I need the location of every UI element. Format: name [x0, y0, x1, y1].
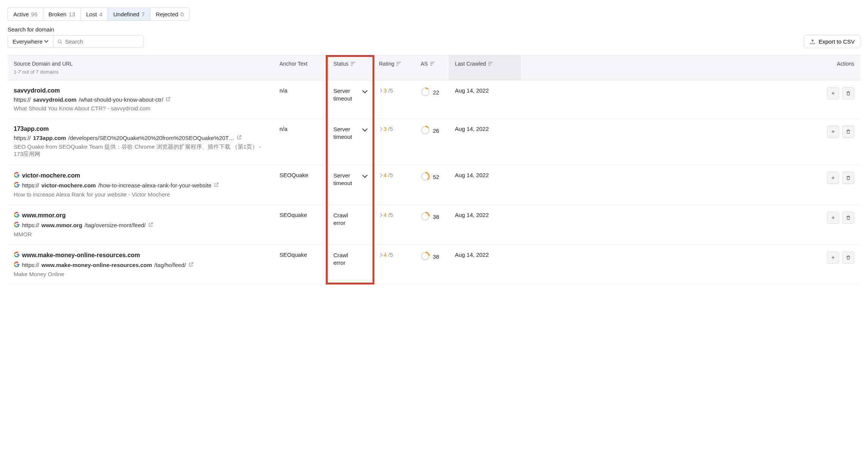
- external-link-icon[interactable]: [237, 135, 242, 141]
- cell-crawled: Aug 14, 2022: [449, 165, 521, 185]
- add-button[interactable]: [827, 126, 839, 138]
- chevron-down-icon[interactable]: [361, 173, 367, 179]
- rating-value: 4: [383, 212, 387, 218]
- cell-status: Server timeout: [327, 165, 373, 193]
- sort-icon: [430, 62, 435, 66]
- status-tabs: Active96Broken13Lost4Undefined7Rejected0: [8, 8, 189, 21]
- sort-icon: [351, 62, 355, 66]
- search-label: Search for domain: [8, 26, 860, 33]
- table-row: savvydroid.comhttps://savvydroid.com/wha…: [8, 80, 860, 119]
- col-status[interactable]: Status: [327, 55, 373, 80]
- add-button[interactable]: [827, 87, 839, 99]
- sort-icon: [488, 62, 493, 66]
- status-text: Crawl error: [333, 251, 360, 266]
- page-title-text: How to increase Alexa Rank for your webs…: [14, 191, 267, 198]
- col-source: Source Domain and URL 1-7 out of 7 domai…: [8, 55, 273, 80]
- export-csv-button[interactable]: Export to CSV: [804, 35, 860, 48]
- cell-source: 173app.comhttps://173app.com/developers/…: [8, 119, 273, 165]
- cell-crawled: Aug 14, 2022: [449, 80, 521, 101]
- tab-rejected[interactable]: Rejected0: [150, 8, 189, 20]
- url-line[interactable]: https://www.mmor.org/tag/oversize-mont/f…: [14, 222, 267, 229]
- search-scope-value: Everywhere: [13, 38, 43, 45]
- search-input-wrap: [54, 35, 144, 48]
- upload-icon: [810, 39, 816, 45]
- google-favicon-icon: [14, 251, 20, 259]
- sort-icon: [396, 62, 401, 66]
- as-arc-icon: [421, 87, 430, 97]
- tab-label: Lost: [86, 11, 97, 17]
- as-value: 26: [433, 127, 439, 134]
- cell-actions: [521, 165, 860, 191]
- as-arc-icon: [421, 212, 430, 222]
- cell-rating[interactable]: 4/5: [373, 245, 415, 265]
- tab-active[interactable]: Active96: [8, 8, 43, 20]
- chevron-right-icon: [379, 127, 382, 130]
- domain-name: 173app.com: [14, 126, 49, 132]
- col-as[interactable]: AS: [415, 55, 449, 80]
- delete-button[interactable]: [842, 251, 854, 264]
- cell-as: 22: [415, 80, 449, 104]
- table-row: victor-mochere.comhttps://victor-mochere…: [8, 165, 860, 205]
- add-button[interactable]: [827, 212, 839, 224]
- as-value: 52: [433, 174, 439, 180]
- cell-source: www.make-money-online-resources.comhttps…: [8, 245, 273, 284]
- domain-name: savvydroid.com: [14, 87, 60, 94]
- tab-undefined[interactable]: Undefined7: [108, 8, 150, 20]
- url-line[interactable]: https://victor-mochere.com/how-to-increa…: [14, 182, 267, 189]
- export-label: Export to CSV: [819, 38, 855, 45]
- google-favicon-icon: [14, 212, 20, 219]
- cell-actions: [521, 80, 860, 106]
- cell-status: Server timeout: [327, 80, 373, 109]
- external-link-icon[interactable]: [166, 96, 171, 103]
- url-line[interactable]: https://173app.com/developers/SEO%20Quak…: [14, 135, 267, 141]
- cell-as: 26: [415, 119, 449, 143]
- delete-button[interactable]: [842, 126, 854, 138]
- rating-total: /5: [388, 172, 393, 178]
- chevron-down-icon[interactable]: [361, 88, 367, 95]
- tab-lost[interactable]: Lost4: [81, 8, 108, 20]
- search-input[interactable]: [63, 36, 139, 47]
- cell-rating[interactable]: 3/5: [373, 80, 415, 101]
- chevron-down-icon[interactable]: [361, 126, 367, 133]
- table-row: www.make-money-online-resources.comhttps…: [8, 245, 860, 284]
- search-scope-dropdown[interactable]: Everywhere: [8, 35, 54, 48]
- rating-value: 3: [383, 126, 387, 132]
- cell-rating[interactable]: 4/5: [373, 205, 415, 225]
- domain-name: www.mmor.org: [22, 212, 66, 219]
- url-line[interactable]: https://savvydroid.com/what-should-you-k…: [14, 96, 267, 103]
- chevron-right-icon: [379, 253, 382, 256]
- page-title-text: Make Money Online: [14, 271, 267, 277]
- rating-value: 4: [383, 251, 387, 258]
- as-arc-icon: [421, 126, 430, 136]
- table-row: 173app.comhttps://173app.com/developers/…: [8, 119, 860, 165]
- add-button[interactable]: [827, 251, 839, 264]
- tab-label: Active: [13, 11, 29, 17]
- tab-count: 13: [69, 11, 75, 17]
- tab-label: Undefined: [113, 11, 139, 17]
- svg-point-2: [421, 88, 429, 96]
- col-anchor[interactable]: Anchor Text: [273, 55, 327, 80]
- cell-rating[interactable]: 3/5: [373, 119, 415, 139]
- as-value: 38: [433, 214, 439, 220]
- domain-name: victor-mochere.com: [22, 172, 80, 179]
- svg-point-0: [58, 39, 61, 42]
- col-rating[interactable]: Rating: [373, 55, 415, 80]
- delete-button[interactable]: [842, 87, 854, 99]
- col-crawled[interactable]: Last Crawled: [449, 55, 521, 80]
- tab-count: 4: [99, 11, 102, 17]
- col-actions: Actions: [521, 55, 860, 80]
- tab-broken[interactable]: Broken13: [43, 8, 81, 20]
- delete-button[interactable]: [842, 212, 854, 224]
- cell-crawled: Aug 14, 2022: [449, 245, 521, 265]
- search-controls: Everywhere: [8, 35, 144, 48]
- cell-actions: [521, 205, 860, 231]
- rating-value: 3: [383, 87, 387, 94]
- cell-rating[interactable]: 4/5: [373, 165, 415, 185]
- url-line[interactable]: https://www.make-money-online-resources.…: [14, 261, 267, 269]
- external-link-icon[interactable]: [214, 182, 219, 189]
- external-link-icon[interactable]: [148, 222, 153, 228]
- delete-button[interactable]: [842, 172, 854, 184]
- external-link-icon[interactable]: [188, 262, 194, 268]
- add-button[interactable]: [827, 172, 839, 184]
- cell-anchor: n/a: [273, 119, 327, 139]
